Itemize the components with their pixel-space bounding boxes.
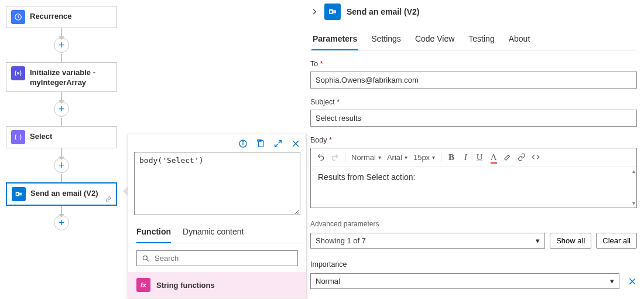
body-editor: Normal▾ Arial▾ 15px▾ B I U A Results fro…: [310, 148, 637, 208]
flyout-pointer: [123, 186, 128, 196]
flow-connector: [61, 54, 62, 62]
subject-label: Subject *: [310, 98, 637, 106]
flow-node-select[interactable]: Select: [6, 126, 117, 148]
function-search[interactable]: [136, 250, 298, 266]
importance-dropdown[interactable]: Normal ▾: [310, 273, 619, 289]
link-icon: [104, 196, 112, 202]
collapse-panel-button[interactable]: [310, 8, 318, 16]
info-icon[interactable]: [238, 139, 248, 148]
scroll-down-icon: ▾: [632, 200, 635, 206]
clipboard-icon[interactable]: [256, 139, 265, 148]
svg-point-6: [242, 141, 243, 142]
expand-icon[interactable]: [273, 139, 283, 148]
panel-title: Send an email (V2): [347, 7, 419, 16]
svg-rect-2: [18, 192, 22, 195]
advanced-parameters-row: Showing 1 of 7 ▾ Show all Clear all: [310, 233, 637, 249]
panel-header: Send an email (V2): [310, 4, 637, 20]
svg-rect-14: [332, 10, 336, 13]
close-icon[interactable]: [291, 139, 300, 148]
select-icon: [11, 130, 25, 144]
chevron-down-icon: ▾: [536, 236, 540, 245]
flyout-toolbar: [128, 134, 306, 152]
to-field[interactable]: [310, 72, 637, 89]
tab-code-view[interactable]: Code View: [414, 29, 455, 50]
flow-node-label: Select: [30, 130, 52, 142]
chevron-down-icon: ▾: [610, 277, 614, 286]
font-size-dropdown[interactable]: 15px▾: [413, 153, 435, 162]
workflow-canvas: Recurrence + Initialize variable - myInt…: [6, 6, 117, 232]
function-category-string[interactable]: fx String functions: [128, 272, 306, 298]
function-search-input[interactable]: [155, 254, 293, 263]
redo-button[interactable]: [331, 153, 339, 161]
undo-button[interactable]: [317, 153, 325, 161]
flow-connector: [61, 206, 62, 214]
paragraph-style-dropdown[interactable]: Normal▾: [351, 153, 381, 162]
svg-point-3: [16, 193, 19, 195]
search-icon: [142, 254, 150, 263]
flow-connector: [61, 174, 62, 182]
tab-function[interactable]: Function: [136, 223, 171, 243]
code-view-button[interactable]: [532, 153, 540, 161]
flow-node-label: Initialize variable - myIntegerArray: [30, 66, 112, 88]
svg-point-11: [143, 256, 147, 260]
flow-node-label: Send an email (V2): [30, 187, 98, 199]
bold-button[interactable]: B: [447, 152, 455, 162]
outlook-icon: [12, 187, 26, 201]
font-color-button[interactable]: A: [489, 152, 498, 162]
tab-parameters[interactable]: Parameters: [311, 29, 358, 50]
body-toolbar: Normal▾ Arial▾ 15px▾ B I U A: [311, 148, 636, 167]
italic-button[interactable]: I: [461, 152, 470, 162]
scroll-up-icon: ▴: [632, 168, 635, 174]
panel-tabs: Parameters Settings Code View Testing Ab…: [310, 29, 637, 50]
svg-point-15: [330, 11, 332, 13]
underline-button[interactable]: U: [475, 152, 484, 162]
function-category-label: String functions: [156, 281, 215, 290]
flow-connector: [61, 92, 62, 100]
outlook-icon: [324, 4, 341, 20]
body-content[interactable]: Results from Select action: ▴ ▾: [311, 167, 636, 208]
body-label: Body *: [310, 136, 637, 144]
importance-label: Importance: [310, 260, 637, 269]
advanced-parameters-label: Advanced parameters: [310, 220, 637, 228]
fx-icon: fx: [136, 278, 150, 292]
flow-node-recurrence[interactable]: Recurrence: [6, 6, 117, 28]
tab-settings[interactable]: Settings: [370, 29, 402, 50]
remove-parameter-button[interactable]: [628, 277, 637, 286]
variable-icon: [11, 66, 25, 80]
link-button[interactable]: [518, 153, 526, 161]
show-all-button[interactable]: Show all: [550, 233, 591, 249]
clear-all-button[interactable]: Clear all: [596, 233, 637, 249]
to-label: To *: [310, 60, 637, 68]
flow-node-send-email[interactable]: Send an email (V2): [6, 182, 117, 206]
flyout-tabs: Function Dynamic content: [128, 221, 306, 243]
svg-line-12: [146, 259, 148, 261]
tab-testing[interactable]: Testing: [467, 29, 495, 50]
flow-connector: [61, 148, 62, 157]
clock-icon: [11, 10, 25, 24]
importance-row: Normal ▾: [310, 273, 637, 289]
tab-dynamic-content[interactable]: Dynamic content: [183, 223, 244, 243]
flow-node-initialize-variable[interactable]: Initialize variable - myIntegerArray: [6, 62, 117, 92]
advanced-parameters-dropdown[interactable]: Showing 1 of 7 ▾: [310, 233, 545, 249]
font-family-dropdown[interactable]: Arial▾: [387, 153, 407, 162]
highlight-button[interactable]: [503, 153, 512, 161]
expression-input[interactable]: body('Select'): [134, 152, 300, 215]
expression-flyout: body('Select') Function Dynamic content …: [128, 134, 307, 298]
flow-connector: [61, 28, 62, 36]
flow-node-label: Recurrence: [30, 10, 72, 22]
subject-field[interactable]: [310, 110, 637, 127]
flow-connector: [61, 118, 62, 126]
tab-about[interactable]: About: [508, 29, 532, 50]
action-details-panel: Send an email (V2) Parameters Settings C…: [310, 4, 637, 289]
